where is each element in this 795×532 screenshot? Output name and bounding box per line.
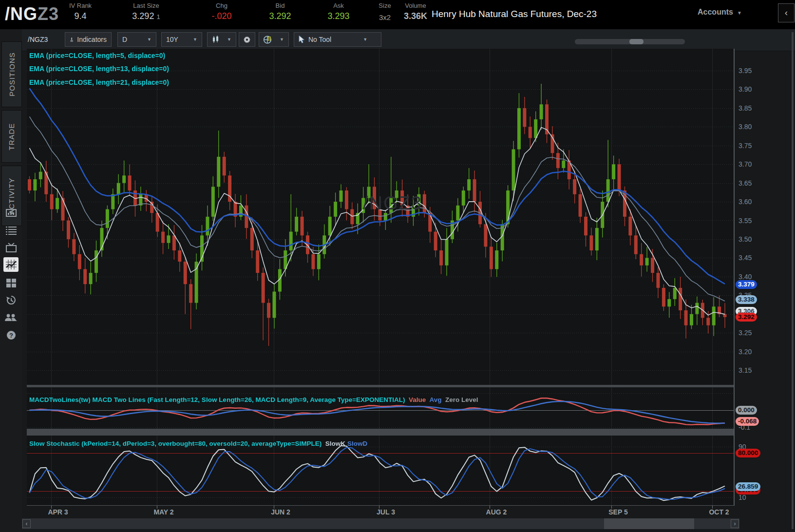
news-monitor-icon[interactable] <box>3 206 19 221</box>
svg-text:?: ? <box>9 332 13 339</box>
ema5-legend[interactable]: EMA (price=CLOSE, length=5, displace=0) <box>29 52 165 59</box>
help-icon[interactable]: ? <box>3 328 19 342</box>
stochastic-legend[interactable]: Slow Stochastic (kPeriod=14, dPeriod=3, … <box>29 440 367 447</box>
grid-layout-icon[interactable] <box>3 276 19 290</box>
axis-tick: 3.20 <box>738 348 752 356</box>
drawing-tool-value: No Tool <box>308 36 331 43</box>
bid-value: 3.292 <box>256 10 304 22</box>
bid-label: Bid <box>256 2 304 10</box>
axis-tick: 3.65 <box>738 179 752 187</box>
scrollbar-thumb[interactable] <box>604 518 694 529</box>
ema21-legend[interactable]: EMA (price=CLOSE, length=21, displace=0) <box>29 78 169 86</box>
symbol-title: /NGZ3 <box>5 4 59 24</box>
time-zoom-slider-thumb[interactable] <box>629 39 644 44</box>
stoch-slowk-label: SlowK <box>325 440 345 447</box>
macd-title: MACDTwoLines(tw) MACD Two Lines (Fast Le… <box>29 396 405 403</box>
axis-tick: 3.50 <box>738 235 752 243</box>
chevron-down-icon: ▼ <box>733 10 742 16</box>
chg-value: -.020 <box>195 10 248 22</box>
price-bubble: 0.000 <box>736 406 757 415</box>
chart-toolbar: /NGZ3 Indicators D ▼ 10Y ▼ ▼ ▼ No Tool ▼ <box>22 29 795 51</box>
chart-type-dropdown[interactable]: ▼ <box>207 32 236 47</box>
price-bubble: 80.000 <box>736 449 760 457</box>
price-bubble: 3.338 <box>736 295 757 304</box>
left-sidebar: POSITIONS TRADE ACTIVITY ? <box>0 29 22 532</box>
axis-tick: 3.60 <box>738 198 752 206</box>
bid-field: Bid 3.292 <box>256 2 304 22</box>
macd-zero-label: Zero Level <box>445 396 478 403</box>
volume-label: Volume <box>398 2 433 10</box>
sidebar-tab-positions[interactable]: POSITIONS <box>1 41 22 107</box>
collapse-panel-button[interactable]: ‹ <box>778 3 795 22</box>
symbol-root: /NG <box>5 4 38 24</box>
chg-field: Chg -.020 <box>195 2 248 22</box>
size-field: Size 3x2 <box>368 2 402 24</box>
ask-field: Ask 3.293 <box>314 2 363 22</box>
axis-tick: 3.25 <box>738 329 752 337</box>
date-label: JUN 2 <box>271 508 290 516</box>
price-chart-canvas[interactable] <box>27 49 734 505</box>
axis-tick: 3.90 <box>738 85 752 93</box>
axis-tick: 3.40 <box>738 273 752 281</box>
axis-tick: 3.75 <box>738 142 752 150</box>
watchlist-icon[interactable] <box>3 223 19 238</box>
stoch-title: Slow Stochastic (kPeriod=14, dPeriod=3, … <box>29 440 322 447</box>
candlestick-icon <box>212 36 220 43</box>
flask-icon <box>70 36 74 43</box>
axis-tick: 3.70 <box>738 160 752 168</box>
last-size-field: Last Size 3.292 1 <box>117 2 175 23</box>
scroll-left-button[interactable]: ‹ <box>22 519 31 528</box>
price-bubble: 3.379 <box>736 280 757 289</box>
last-size-label: Last Size <box>117 2 175 10</box>
chart-icon[interactable] <box>3 257 19 272</box>
axis-tick: 3.95 <box>738 67 752 75</box>
chart-settings-button[interactable] <box>239 32 255 47</box>
panel-resize-handle[interactable] <box>792 32 794 529</box>
chevron-down-icon: ▼ <box>147 37 151 42</box>
size-label: Size <box>368 2 402 10</box>
volume-field: Volume 3.36K <box>398 2 433 22</box>
date-label: APR 3 <box>48 508 68 516</box>
axis-tick: 10 <box>738 494 746 501</box>
price-bubble: 26.859 <box>736 482 760 491</box>
timeframe-dropdown[interactable]: D ▼ <box>117 32 156 47</box>
date-label: AUG 2 <box>486 508 507 516</box>
history-icon[interactable] <box>3 293 19 307</box>
macd-legend[interactable]: MACDTwoLines(tw) MACD Two Lines (Fast Le… <box>29 396 478 403</box>
accounts-dropdown[interactable]: Accounts▼ <box>698 8 742 17</box>
axis-tick: 3.55 <box>738 217 752 225</box>
axis-tick: 3.80 <box>738 123 752 131</box>
chart-panel: /NGZ3 Indicators D ▼ 10Y ▼ ▼ ▼ No Tool ▼ <box>22 29 795 532</box>
date-label: MAY 2 <box>153 508 173 516</box>
indicators-button[interactable]: Indicators <box>65 32 112 47</box>
range-dropdown[interactable]: 10Y ▼ <box>161 32 202 47</box>
axis-tick: 3.45 <box>738 254 752 262</box>
time-zoom-slider[interactable] <box>575 39 685 44</box>
sidebar-tab-trade[interactable]: TRADE <box>1 110 22 163</box>
range-value: 10Y <box>166 36 178 43</box>
indicators-label: Indicators <box>77 36 107 43</box>
ema13-legend[interactable]: EMA (price=CLOSE, length=13, displace=0) <box>29 65 169 73</box>
drawing-tool-dropdown[interactable]: No Tool ▼ <box>294 32 381 47</box>
date-label: JUL 3 <box>377 508 395 516</box>
tv-icon[interactable] <box>3 240 19 255</box>
cursor-icon <box>299 36 305 43</box>
date-label: OCT 2 <box>709 508 729 516</box>
iv-rank-label: IV Rank <box>54 2 107 10</box>
toolbar-symbol-input[interactable]: /NGZ3 <box>28 36 48 43</box>
chevron-down-icon: ▼ <box>227 37 231 42</box>
price-axis: 3.953.903.853.803.753.703.653.603.553.50… <box>734 49 795 505</box>
macd-avg-label: Avg <box>429 396 441 403</box>
contract-description: Henry Hub Natural Gas Futures, Dec-23 <box>432 9 597 19</box>
axis-tick: 3.85 <box>738 104 752 112</box>
price-bubble: -0.068 <box>736 417 759 426</box>
chevron-down-icon: ▼ <box>280 37 284 42</box>
axis-tick: 3.15 <box>738 366 752 374</box>
chevron-down-icon: ▼ <box>363 37 367 42</box>
chart-watermark: /NGZ3 <box>363 193 422 214</box>
gear-icon <box>244 36 250 44</box>
scroll-right-button[interactable]: › <box>731 519 739 528</box>
community-icon[interactable] <box>3 310 19 325</box>
chart-layout-dropdown[interactable]: ▼ <box>259 32 289 47</box>
horizontal-scrollbar[interactable]: ‹ › <box>22 518 739 529</box>
